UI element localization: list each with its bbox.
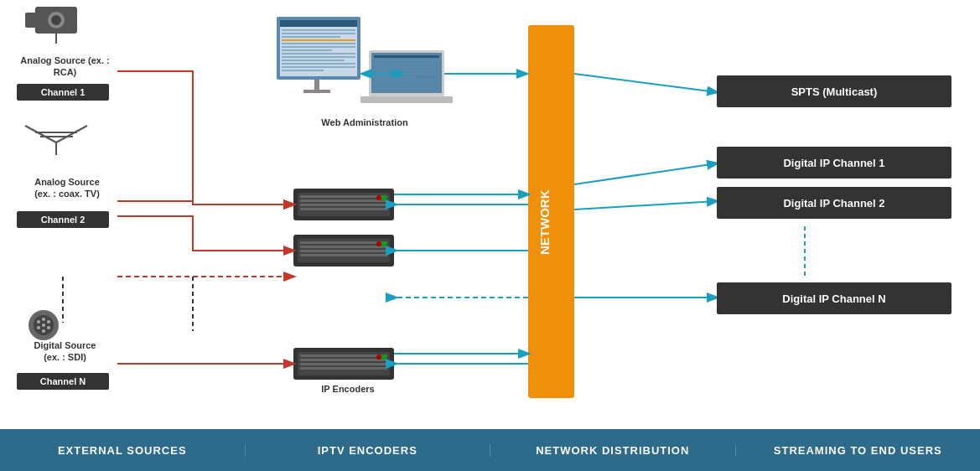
footer-section-1: IPTV ENCODERS [246, 444, 491, 457]
svg-rect-24 [282, 33, 355, 34]
svg-point-14 [42, 323, 45, 327]
svg-rect-23 [282, 29, 355, 31]
svg-point-18 [37, 320, 40, 323]
svg-rect-69 [300, 359, 387, 361]
channelN-label: Channel N [17, 373, 109, 390]
footer-section-0: EXTERNAL SOURCES [0, 444, 246, 457]
svg-rect-45 [374, 70, 439, 71]
source1-label: Analog Source (ex. : RCA) [17, 54, 113, 79]
svg-rect-34 [282, 66, 355, 68]
svg-rect-55 [300, 208, 387, 210]
svg-rect-25 [282, 36, 340, 38]
svg-rect-29 [282, 49, 332, 51]
svg-rect-52 [300, 195, 387, 198]
encoders-label: IP Encoders [298, 384, 398, 394]
svg-rect-63 [300, 254, 387, 256]
web-admin-label: Web Administration [268, 117, 461, 127]
svg-rect-62 [300, 250, 387, 252]
svg-rect-35 [282, 70, 324, 71]
svg-point-57 [376, 195, 381, 200]
svg-rect-60 [300, 241, 387, 244]
svg-rect-30 [282, 53, 355, 54]
svg-line-85 [574, 163, 717, 184]
svg-rect-70 [300, 363, 387, 365]
svg-rect-28 [282, 46, 355, 48]
svg-rect-71 [300, 367, 387, 370]
svg-point-16 [47, 320, 50, 323]
svg-rect-61 [300, 246, 387, 248]
footer-bar: EXTERNAL SOURCES IPTV ENCODERS NETWORK D… [0, 429, 980, 471]
channel2-label: Channel 2 [17, 211, 109, 228]
svg-point-15 [42, 329, 45, 333]
svg-rect-53 [300, 199, 387, 202]
svg-rect-22 [280, 20, 357, 27]
svg-rect-43 [374, 63, 439, 65]
source2-label: Analog Source(ex. : coax. TV) [17, 176, 117, 200]
svg-rect-26 [282, 39, 355, 41]
network-label: NETWORK [537, 101, 552, 344]
svg-rect-68 [300, 355, 387, 357]
svg-rect-42 [374, 60, 439, 61]
svg-rect-41 [374, 55, 439, 58]
output-ch1-label: Digital IP Channel 1 [717, 147, 951, 179]
sourceN-label: Digital Source(ex. : SDI) [17, 339, 113, 364]
svg-rect-27 [282, 43, 355, 44]
svg-rect-44 [374, 66, 424, 68]
footer-section-3: STREAMING TO END USERS [736, 444, 981, 457]
footer-section-2: NETWORK DISTRIBUTION [490, 444, 736, 457]
svg-point-56 [381, 195, 386, 200]
output-chN-label: Digital IP Channel N [717, 282, 951, 314]
svg-rect-2 [25, 13, 37, 28]
svg-rect-32 [282, 60, 345, 61]
svg-point-73 [376, 355, 381, 360]
channel1-label: Channel 1 [17, 84, 109, 101]
svg-rect-48 [374, 80, 439, 81]
svg-point-65 [376, 241, 381, 246]
svg-rect-47 [374, 76, 412, 78]
svg-rect-54 [300, 204, 387, 206]
svg-rect-49 [360, 96, 453, 103]
svg-point-72 [381, 355, 386, 360]
svg-rect-37 [303, 90, 330, 93]
svg-point-64 [381, 241, 386, 246]
diagram-area: Analog Source (ex. : RCA) Channel 1 Anal… [0, 0, 980, 429]
svg-line-6 [25, 126, 56, 142]
svg-point-4 [51, 15, 61, 25]
svg-rect-31 [282, 56, 355, 58]
svg-point-17 [47, 326, 50, 329]
svg-line-7 [56, 126, 87, 142]
svg-line-86 [574, 201, 717, 210]
svg-line-84 [574, 74, 717, 92]
output-ch2-label: Digital IP Channel 2 [717, 187, 951, 219]
output-spts-label: SPTS (Multicast) [717, 75, 951, 107]
svg-point-19 [37, 326, 40, 329]
svg-point-13 [42, 318, 45, 321]
svg-rect-36 [314, 80, 319, 90]
svg-rect-33 [282, 63, 355, 65]
